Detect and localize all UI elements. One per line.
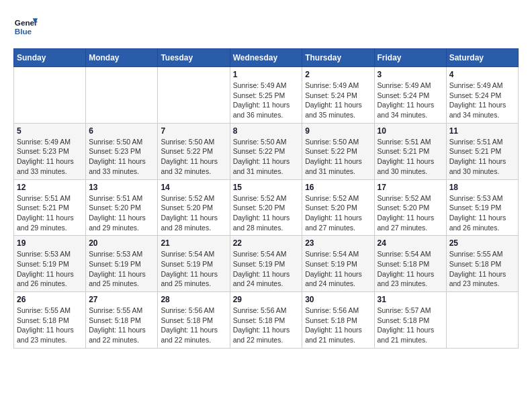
day-number: 28: [161, 295, 226, 304]
day-number: 11: [449, 126, 515, 136]
day-info: Sunrise: 5:56 AM Sunset: 5:18 PM Dayligh…: [161, 306, 226, 345]
calendar-cell: 11Sunrise: 5:51 AM Sunset: 5:21 PM Dayli…: [446, 123, 518, 179]
day-number: 12: [17, 183, 83, 192]
day-number: 23: [305, 238, 371, 248]
calendar-cell: 4Sunrise: 5:49 AM Sunset: 5:24 PM Daylig…: [446, 67, 518, 124]
day-info: Sunrise: 5:49 AM Sunset: 5:23 PM Dayligh…: [17, 137, 83, 177]
day-info: Sunrise: 5:55 AM Sunset: 5:18 PM Dayligh…: [89, 306, 154, 345]
day-number: 2: [305, 70, 371, 79]
day-info: Sunrise: 5:57 AM Sunset: 5:18 PM Dayligh…: [378, 306, 443, 345]
day-number: 18: [449, 183, 515, 192]
calendar-week-row: 26Sunrise: 5:55 AM Sunset: 5:18 PM Dayli…: [14, 292, 519, 349]
day-number: 15: [233, 183, 300, 192]
calendar-cell: 17Sunrise: 5:52 AM Sunset: 5:20 PM Dayli…: [374, 179, 446, 236]
page-header: General Blue: [13, 13, 519, 38]
day-number: 29: [233, 295, 300, 304]
day-number: 26: [17, 295, 83, 304]
calendar-cell: [158, 67, 230, 124]
calendar-cell: 18Sunrise: 5:53 AM Sunset: 5:19 PM Dayli…: [446, 179, 518, 236]
day-info: Sunrise: 5:53 AM Sunset: 5:19 PM Dayligh…: [449, 193, 515, 233]
day-number: 3: [378, 70, 443, 79]
calendar-header-row: SundayMondayTuesdayWednesdayThursdayFrid…: [14, 49, 519, 67]
day-info: Sunrise: 5:52 AM Sunset: 5:20 PM Dayligh…: [305, 193, 371, 233]
calendar-header-friday: Friday: [374, 49, 446, 67]
calendar-header-saturday: Saturday: [446, 49, 518, 67]
day-info: Sunrise: 5:49 AM Sunset: 5:24 PM Dayligh…: [449, 81, 515, 120]
calendar-cell: 6Sunrise: 5:50 AM Sunset: 5:23 PM Daylig…: [86, 123, 158, 179]
day-info: Sunrise: 5:56 AM Sunset: 5:18 PM Dayligh…: [305, 306, 371, 345]
day-number: 10: [378, 126, 443, 136]
calendar-cell: 3Sunrise: 5:49 AM Sunset: 5:24 PM Daylig…: [374, 67, 446, 124]
day-info: Sunrise: 5:53 AM Sunset: 5:19 PM Dayligh…: [89, 249, 154, 289]
day-number: 19: [17, 238, 83, 248]
day-number: 9: [305, 126, 371, 136]
calendar-cell: 2Sunrise: 5:49 AM Sunset: 5:24 PM Daylig…: [302, 67, 374, 124]
day-info: Sunrise: 5:55 AM Sunset: 5:18 PM Dayligh…: [449, 249, 515, 289]
calendar-cell: 25Sunrise: 5:55 AM Sunset: 5:18 PM Dayli…: [446, 236, 518, 292]
calendar-header-thursday: Thursday: [302, 49, 374, 67]
day-number: 1: [233, 70, 300, 79]
day-info: Sunrise: 5:51 AM Sunset: 5:21 PM Dayligh…: [17, 193, 83, 233]
day-number: 24: [378, 238, 443, 248]
day-number: 27: [89, 295, 154, 304]
day-info: Sunrise: 5:50 AM Sunset: 5:22 PM Dayligh…: [161, 137, 226, 177]
day-info: Sunrise: 5:49 AM Sunset: 5:24 PM Dayligh…: [305, 81, 371, 120]
day-number: 22: [233, 238, 300, 248]
calendar-week-row: 19Sunrise: 5:53 AM Sunset: 5:19 PM Dayli…: [14, 236, 519, 292]
calendar-cell: 21Sunrise: 5:54 AM Sunset: 5:19 PM Dayli…: [158, 236, 230, 292]
day-info: Sunrise: 5:56 AM Sunset: 5:18 PM Dayligh…: [233, 306, 300, 345]
calendar-header-wednesday: Wednesday: [230, 49, 302, 67]
day-info: Sunrise: 5:51 AM Sunset: 5:21 PM Dayligh…: [378, 137, 443, 177]
calendar-cell: 31Sunrise: 5:57 AM Sunset: 5:18 PM Dayli…: [374, 292, 446, 349]
calendar-week-row: 12Sunrise: 5:51 AM Sunset: 5:21 PM Dayli…: [14, 179, 519, 236]
calendar-cell: 29Sunrise: 5:56 AM Sunset: 5:18 PM Dayli…: [230, 292, 302, 349]
calendar-cell: 30Sunrise: 5:56 AM Sunset: 5:18 PM Dayli…: [302, 292, 374, 349]
calendar-cell: 23Sunrise: 5:54 AM Sunset: 5:19 PM Dayli…: [302, 236, 374, 292]
calendar-cell: [14, 67, 86, 124]
day-info: Sunrise: 5:50 AM Sunset: 5:23 PM Dayligh…: [89, 137, 154, 177]
day-info: Sunrise: 5:55 AM Sunset: 5:18 PM Dayligh…: [17, 306, 83, 345]
calendar-cell: 12Sunrise: 5:51 AM Sunset: 5:21 PM Dayli…: [14, 179, 86, 236]
calendar-cell: 5Sunrise: 5:49 AM Sunset: 5:23 PM Daylig…: [14, 123, 86, 179]
calendar-cell: 28Sunrise: 5:56 AM Sunset: 5:18 PM Dayli…: [158, 292, 230, 349]
day-info: Sunrise: 5:52 AM Sunset: 5:20 PM Dayligh…: [378, 193, 443, 233]
calendar-table: SundayMondayTuesdayWednesdayThursdayFrid…: [13, 48, 519, 349]
calendar-cell: 16Sunrise: 5:52 AM Sunset: 5:20 PM Dayli…: [302, 179, 374, 236]
calendar-cell: 14Sunrise: 5:52 AM Sunset: 5:20 PM Dayli…: [158, 179, 230, 236]
day-info: Sunrise: 5:50 AM Sunset: 5:22 PM Dayligh…: [233, 137, 300, 177]
day-number: 30: [305, 295, 371, 304]
logo-icon: General Blue: [13, 13, 38, 38]
day-info: Sunrise: 5:49 AM Sunset: 5:24 PM Dayligh…: [378, 81, 443, 120]
day-info: Sunrise: 5:50 AM Sunset: 5:22 PM Dayligh…: [305, 137, 371, 177]
calendar-cell: 26Sunrise: 5:55 AM Sunset: 5:18 PM Dayli…: [14, 292, 86, 349]
day-info: Sunrise: 5:51 AM Sunset: 5:20 PM Dayligh…: [89, 193, 154, 233]
day-info: Sunrise: 5:52 AM Sunset: 5:20 PM Dayligh…: [161, 193, 226, 233]
day-number: 8: [233, 126, 300, 136]
logo: General Blue: [13, 13, 40, 38]
calendar-header-monday: Monday: [86, 49, 158, 67]
calendar-cell: 13Sunrise: 5:51 AM Sunset: 5:20 PM Dayli…: [86, 179, 158, 236]
day-info: Sunrise: 5:49 AM Sunset: 5:25 PM Dayligh…: [233, 81, 300, 120]
calendar-cell: 19Sunrise: 5:53 AM Sunset: 5:19 PM Dayli…: [14, 236, 86, 292]
calendar-week-row: 5Sunrise: 5:49 AM Sunset: 5:23 PM Daylig…: [14, 123, 519, 179]
day-number: 6: [89, 126, 154, 136]
calendar-cell: 7Sunrise: 5:50 AM Sunset: 5:22 PM Daylig…: [158, 123, 230, 179]
day-number: 31: [378, 295, 443, 304]
day-number: 20: [89, 238, 154, 248]
day-number: 5: [17, 126, 83, 136]
day-number: 21: [161, 238, 226, 248]
day-number: 17: [378, 183, 443, 192]
day-number: 7: [161, 126, 226, 136]
day-info: Sunrise: 5:54 AM Sunset: 5:18 PM Dayligh…: [378, 249, 443, 289]
calendar-body: 1Sunrise: 5:49 AM Sunset: 5:25 PM Daylig…: [14, 67, 519, 349]
svg-text:Blue: Blue: [15, 27, 32, 36]
calendar-cell: 1Sunrise: 5:49 AM Sunset: 5:25 PM Daylig…: [230, 67, 302, 124]
day-info: Sunrise: 5:53 AM Sunset: 5:19 PM Dayligh…: [17, 249, 83, 289]
calendar-cell: 20Sunrise: 5:53 AM Sunset: 5:19 PM Dayli…: [86, 236, 158, 292]
day-number: 4: [449, 70, 515, 79]
calendar-cell: 15Sunrise: 5:52 AM Sunset: 5:20 PM Dayli…: [230, 179, 302, 236]
calendar-cell: 27Sunrise: 5:55 AM Sunset: 5:18 PM Dayli…: [86, 292, 158, 349]
day-number: 14: [161, 183, 226, 192]
calendar-header-sunday: Sunday: [14, 49, 86, 67]
day-info: Sunrise: 5:54 AM Sunset: 5:19 PM Dayligh…: [305, 249, 371, 289]
